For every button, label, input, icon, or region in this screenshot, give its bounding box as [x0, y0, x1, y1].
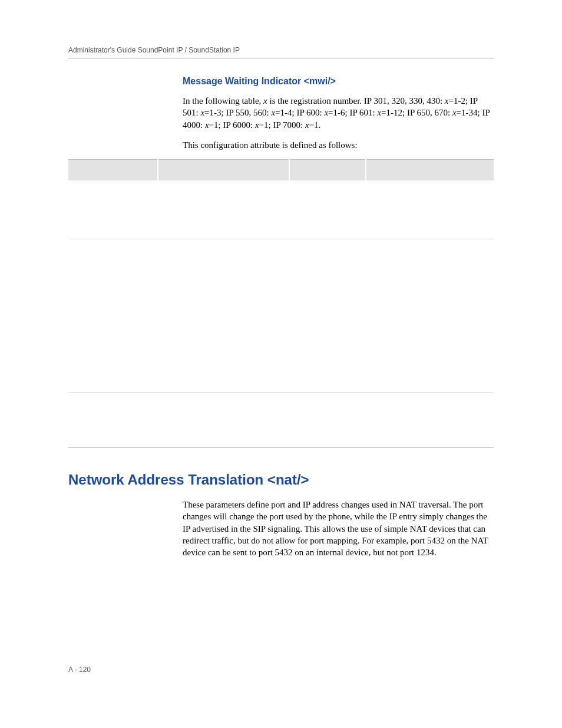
- nat-paragraph: These parameters define port and IP addr…: [183, 499, 494, 558]
- text: =1.: [309, 120, 321, 130]
- mwi-block: Message Waiting Indicator <mwi/> In the …: [183, 76, 494, 151]
- mwi-attribute-table: [68, 159, 494, 448]
- mwi-variable-x: x: [205, 120, 209, 130]
- text: =1-4; IP 600:: [275, 108, 324, 117]
- text: =1; IP 6000:: [209, 120, 255, 130]
- table-header-cell: [158, 160, 290, 180]
- text: =1-6; IP 601:: [328, 108, 377, 117]
- text: =1; IP 7000:: [259, 120, 305, 130]
- mwi-variable-x: x: [452, 108, 457, 117]
- text: =1-12; IP 650, 670:: [381, 108, 452, 117]
- mwi-heading: Message Waiting Indicator <mwi/>: [183, 76, 494, 87]
- table-header-cell: [366, 160, 494, 180]
- table-cell: [366, 239, 494, 393]
- table-header-cell: [289, 160, 366, 180]
- table-row: [68, 180, 494, 239]
- nat-heading: Network Address Translation <nat/>: [68, 472, 494, 488]
- text: In the following table,: [183, 96, 263, 106]
- mwi-variable-x: x: [305, 120, 309, 130]
- mwi-paragraph-2: This configuration attribute is defined …: [183, 139, 494, 151]
- table-cell: [289, 239, 366, 393]
- mwi-variable-x: x: [445, 96, 449, 106]
- table-cell: [289, 180, 366, 239]
- table-cell: [68, 239, 158, 393]
- table-cell: [289, 393, 366, 448]
- header-rule: [68, 58, 494, 58]
- nat-block: These parameters define port and IP addr…: [183, 499, 494, 558]
- table-cell: [68, 180, 158, 239]
- running-head: Administrator's Guide SoundPoint IP / So…: [68, 46, 494, 54]
- table-cell: [158, 239, 290, 393]
- table-cell: [68, 393, 158, 448]
- table-cell: [366, 180, 494, 239]
- table-cell: [366, 393, 494, 448]
- table-row: [68, 239, 494, 393]
- table-header-cell: [68, 160, 158, 180]
- table-header-row: [68, 160, 494, 180]
- table-row: [68, 393, 494, 448]
- mwi-variable-x: x: [263, 96, 267, 106]
- document-page: Administrator's Guide SoundPoint IP / So…: [0, 0, 562, 558]
- table-cell: [158, 180, 290, 239]
- text: =1-3; IP 550, 560:: [204, 108, 271, 117]
- text: is the registration number. IP 301, 320,…: [267, 96, 445, 106]
- mwi-paragraph-1: In the following table, x is the registr…: [183, 95, 494, 131]
- mwi-variable-x: x: [255, 120, 259, 130]
- table-cell: [158, 393, 290, 448]
- page-number: A - 120: [68, 666, 91, 674]
